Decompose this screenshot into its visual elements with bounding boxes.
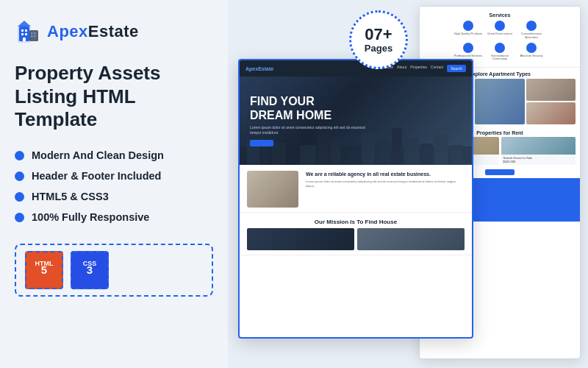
logo-area: ApexEstate (15, 18, 213, 46)
sr-svc-6: Absolute Security (517, 43, 546, 62)
svg-rect-25 (318, 130, 329, 164)
svg-rect-27 (342, 146, 360, 165)
svg-rect-5 (25, 33, 27, 35)
sr-apt-img-4 (526, 102, 576, 124)
svg-text:CSS: CSS (83, 260, 97, 267)
sm-mission-section: Our Mission Is To Find House (240, 213, 472, 255)
sm-nav-search-btn[interactable]: Search (447, 65, 466, 72)
sm-navbar: ApexEstate Home About Properties Contact… (240, 60, 472, 77)
svg-rect-2 (21, 29, 24, 32)
sr-apt-img-2 (526, 79, 576, 101)
logo-text: ApexEstate (47, 22, 139, 41)
sr-svc-icon-6 (526, 43, 537, 53)
bullet-dot-2 (15, 171, 24, 181)
sm-hero-cta-btn[interactable] (250, 140, 273, 146)
sr-rent-img-2 (501, 137, 576, 155)
svg-rect-21 (262, 132, 270, 164)
svg-rect-31 (404, 138, 420, 165)
screenshot-main: ApexEstate Home About Properties Contact… (238, 59, 473, 339)
sm-hero-title: FIND YOURDREAM HOME (250, 95, 462, 122)
svg-rect-6 (23, 38, 26, 41)
preview-container: Services High Quality Products Great Env… (228, 0, 588, 368)
sr-svc-icon-5 (495, 43, 505, 53)
sm-agency-img (247, 171, 298, 208)
svg-rect-26 (330, 139, 340, 165)
sm-hero: FIND YOURDREAM HOME Lorem ipsum dolor si… (240, 77, 472, 165)
pages-badge: 07+ Pages (349, 10, 408, 69)
sr-apt-img-tall (475, 79, 524, 124)
building-icon (15, 18, 43, 46)
bullet-dot-1 (15, 151, 24, 160)
html5-badge: 5 HTML (25, 251, 63, 289)
sr-services-title: Services (424, 13, 576, 18)
tech-badges: 5 HTML 3 CSS (15, 244, 213, 297)
sr-service-icons: High Quality Products Great Environment … (424, 21, 576, 40)
sr-svc-3: Comprehensive Amenities (517, 21, 546, 40)
pages-number: 07+ (365, 26, 392, 43)
sm-mission-card-1 (247, 228, 354, 250)
sm-mission-title: Our Mission Is To Find House (247, 219, 465, 225)
sm-nav-logo: ApexEstate (245, 66, 273, 71)
features-list: Modern And Clean Design Header & Footer … (15, 149, 213, 223)
sm-mission-grid (247, 228, 465, 250)
svg-rect-34 (449, 145, 462, 165)
svg-rect-30 (392, 128, 402, 164)
sr-rent-card-2: Suburb Home for Sale$245,000 (501, 137, 576, 165)
pages-label: Pages (365, 43, 392, 54)
sm-hero-subtitle: Lorem ipsum dolor sit amet consectetur a… (250, 125, 368, 135)
svg-rect-12 (34, 35, 36, 38)
svg-rect-10 (34, 32, 36, 35)
feature-item-4: 100% Fully Responsive (15, 211, 213, 223)
feature-item-3: HTML5 & CSS3 (15, 191, 213, 202)
bullet-dot-3 (15, 192, 24, 202)
svg-rect-4 (21, 33, 24, 35)
sr-svc-icon-4 (463, 43, 473, 53)
svg-rect-32 (421, 144, 433, 165)
sr-svc-1: High Quality Products (453, 21, 483, 40)
sm-agency-section: We are a reliable agency in all real est… (240, 165, 472, 213)
sm-mission-card-2 (357, 228, 465, 250)
svg-rect-24 (300, 145, 316, 165)
feature-item-1: Modern And Clean Design (15, 149, 213, 161)
sm-section-body: Lorem ipsum dolor sit amet consectetur a… (306, 180, 465, 188)
feature-item-2: Header & Footer Included (15, 170, 213, 182)
svg-rect-3 (25, 29, 27, 32)
sr-svc-icon-3 (526, 21, 537, 31)
sr-svc-2: Great Environment (485, 21, 514, 40)
svg-text:HTML: HTML (35, 260, 54, 267)
svg-rect-9 (31, 32, 33, 35)
svg-rect-23 (287, 135, 298, 165)
right-panel: 07+ Pages Services High Quality Products… (228, 0, 588, 368)
svg-rect-22 (271, 143, 286, 165)
css3-badge: 3 CSS (71, 251, 109, 289)
sr-svc-icon-2 (495, 21, 505, 31)
sr-svc-5: Humanitarian Community (485, 43, 514, 62)
sm-nav-links: Home About Properties Contact Search (384, 65, 466, 72)
sr-show-more-btn[interactable] (485, 169, 514, 175)
page-title: Property Assets Listing HTML Template (15, 62, 213, 132)
bullet-dot-4 (15, 213, 24, 222)
sr-svc-icon-1 (463, 21, 473, 31)
svg-rect-28 (362, 133, 375, 164)
svg-rect-33 (434, 135, 448, 164)
sm-section-title: We are a reliable agency in all real est… (306, 171, 465, 177)
left-panel: ApexEstate Property Assets Listing HTML … (0, 0, 228, 368)
svg-marker-7 (18, 21, 31, 26)
svg-rect-29 (376, 141, 391, 165)
svg-rect-11 (31, 35, 33, 38)
